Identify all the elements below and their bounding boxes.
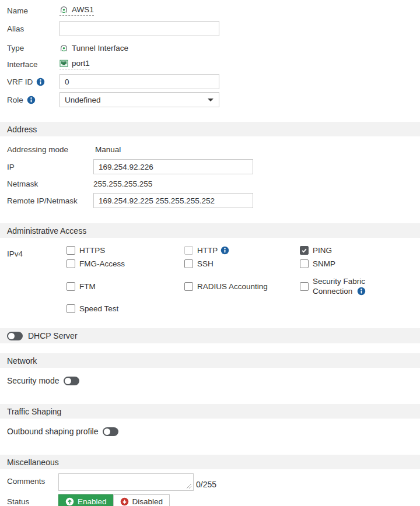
traffic-shaping-section-header: Traffic Shaping bbox=[0, 404, 420, 419]
chevron-down-icon bbox=[208, 99, 214, 101]
status-disabled-button[interactable]: Disabled bbox=[113, 494, 170, 506]
checkbox-box[interactable] bbox=[66, 259, 75, 268]
info-icon[interactable] bbox=[27, 96, 36, 104]
checkbox-box[interactable] bbox=[300, 259, 309, 268]
checkbox-box[interactable] bbox=[66, 282, 75, 291]
dhcp-server-toggle[interactable] bbox=[7, 332, 23, 340]
address-section-header: Address bbox=[0, 122, 420, 136]
addressing-mode-label: Addressing mode bbox=[7, 145, 93, 154]
interface-edit-form: Name AWS1 Alias Type Tunnel Interface I bbox=[0, 0, 420, 506]
interface-name-text: AWS1 bbox=[72, 5, 94, 14]
info-icon[interactable] bbox=[357, 287, 366, 296]
status-enabled-button[interactable]: Enabled bbox=[58, 494, 114, 506]
outbound-shaping-row: Outbound shaping profile bbox=[0, 426, 420, 437]
checkbox-snmp[interactable]: SNMP bbox=[300, 259, 420, 268]
type-value-text: Tunnel Interface bbox=[72, 44, 128, 52]
info-icon[interactable] bbox=[36, 78, 45, 86]
remote-ip-input[interactable] bbox=[93, 193, 253, 208]
comments-label: Comments bbox=[7, 473, 58, 486]
checkbox-ping[interactable]: PING bbox=[300, 246, 420, 255]
role-select[interactable]: Undefined bbox=[60, 92, 219, 107]
alias-label: Alias bbox=[7, 24, 60, 33]
comments-textarea[interactable] bbox=[58, 473, 194, 491]
ipv4-label: IPv4 bbox=[7, 246, 66, 258]
dhcp-server-label: DHCP Server bbox=[28, 331, 78, 340]
checkbox-ssh[interactable]: SSH bbox=[184, 259, 300, 268]
addressing-mode-row: Addressing mode Manual bbox=[0, 144, 420, 154]
role-selected-value: Undefined bbox=[65, 96, 101, 104]
checkbox-speed-test[interactable]: Speed Test bbox=[66, 304, 184, 313]
ip-label: IP bbox=[7, 163, 93, 171]
comments-counter: 0/255 bbox=[196, 480, 216, 493]
ip-row: IP bbox=[0, 159, 420, 174]
resize-grip-icon[interactable] bbox=[186, 483, 192, 489]
netmask-row: Netmask 255.255.255.255 bbox=[0, 178, 420, 189]
security-mode-toggle[interactable] bbox=[64, 377, 79, 385]
network-section-header: Network bbox=[0, 353, 420, 368]
toggle-knob bbox=[104, 428, 110, 435]
arrow-down-circle-icon bbox=[120, 497, 129, 506]
checkbox-https[interactable]: HTTPS bbox=[66, 246, 184, 255]
checkbox-fmg-access[interactable]: FMG-Access bbox=[66, 259, 184, 268]
toggle-knob bbox=[65, 378, 71, 384]
role-label: Role bbox=[7, 96, 60, 104]
info-icon[interactable] bbox=[220, 246, 229, 255]
parent-interface-row: Interface port1 bbox=[0, 58, 420, 70]
dhcp-server-bar: DHCP Server bbox=[0, 328, 420, 343]
status-segmented-control: Enabled Disabled bbox=[58, 494, 170, 506]
checkbox-box[interactable] bbox=[300, 282, 309, 291]
arrow-up-circle-icon bbox=[65, 497, 74, 506]
checkbox-box[interactable] bbox=[184, 259, 193, 268]
addressing-mode-value: Manual bbox=[93, 145, 121, 154]
security-mode-row: Security mode bbox=[0, 375, 420, 386]
comments-row: Comments 0/255 bbox=[0, 473, 420, 493]
vrf-label: VRF ID bbox=[7, 78, 60, 86]
remote-ip-row: Remote IP/Netmask bbox=[0, 193, 420, 208]
miscellaneous-section-header: Miscellaneous bbox=[0, 455, 420, 469]
ipv4-access-grid: HTTPS HTTP PING bbox=[66, 246, 420, 313]
status-label: Status bbox=[7, 497, 58, 506]
checkbox-security-fabric[interactable]: Security Fabric Connection bbox=[300, 276, 420, 296]
toggle-knob bbox=[8, 333, 15, 339]
netmask-label: Netmask bbox=[7, 180, 93, 188]
status-row: Status Enabled Disabled bbox=[0, 494, 420, 506]
checkbox-radius-accounting[interactable]: RADIUS Accounting bbox=[184, 282, 300, 291]
checkbox-box[interactable] bbox=[66, 304, 75, 313]
role-row: Role Undefined bbox=[0, 92, 420, 107]
checkbox-ftm[interactable]: FTM bbox=[66, 282, 184, 291]
vrf-input[interactable] bbox=[60, 74, 219, 89]
alias-input[interactable] bbox=[60, 21, 219, 36]
remote-ip-label: Remote IP/Netmask bbox=[7, 196, 93, 205]
ethernet-port-icon bbox=[60, 59, 68, 68]
outbound-shaping-label: Outbound shaping profile bbox=[7, 427, 98, 436]
name-label: Name bbox=[7, 6, 60, 15]
type-value: Tunnel Interface bbox=[60, 44, 128, 52]
security-mode-label: Security mode bbox=[7, 376, 59, 385]
comments-textarea-wrap bbox=[58, 473, 194, 493]
interface-name-chip[interactable]: AWS1 bbox=[60, 5, 94, 16]
parent-interface-text: port1 bbox=[72, 59, 90, 68]
outbound-shaping-toggle[interactable] bbox=[103, 427, 118, 436]
name-row: Name AWS1 bbox=[0, 5, 420, 16]
admin-access-section-header: Administrative Access bbox=[0, 223, 420, 238]
checkbox-box[interactable] bbox=[184, 282, 193, 291]
ip-input[interactable] bbox=[93, 159, 253, 174]
alias-row: Alias bbox=[0, 21, 420, 36]
check-icon bbox=[301, 247, 307, 254]
vrf-row: VRF ID bbox=[0, 74, 420, 89]
type-label: Type bbox=[7, 44, 60, 52]
ipv4-access-row: IPv4 HTTPS HTTP bbox=[0, 246, 420, 313]
tunnel-icon bbox=[60, 44, 68, 52]
checkbox-box[interactable] bbox=[300, 246, 309, 255]
checkbox-box[interactable] bbox=[184, 246, 193, 255]
checkbox-http[interactable]: HTTP bbox=[184, 246, 300, 255]
parent-interface-chip[interactable]: port1 bbox=[60, 59, 90, 69]
tunnel-icon bbox=[60, 5, 68, 14]
checkbox-box[interactable] bbox=[66, 246, 75, 255]
parent-interface-label: Interface bbox=[7, 60, 60, 69]
netmask-value: 255.255.255.255 bbox=[93, 180, 152, 188]
type-row: Type Tunnel Interface bbox=[0, 42, 420, 54]
